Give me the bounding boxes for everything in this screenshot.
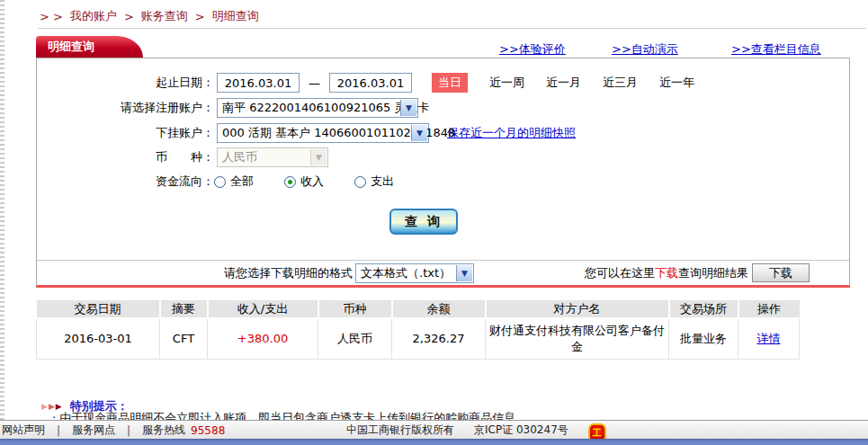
registered-account-label: 请选择注册账户： — [37, 100, 214, 116]
detail-link[interactable]: 详情 — [757, 332, 781, 345]
tab-detail-query[interactable]: 明细查询 — [36, 36, 116, 58]
cell-summary: CFT — [160, 318, 208, 360]
fund-flow-option-expense: 支出 — [354, 174, 394, 190]
icbc-detail-query-page: > > 我的账户 > 账务查询 > 明细查询 明细查询 >>体验评价 >>自动演… — [0, 0, 868, 445]
currency-select-disabled: 人民币 ▼ — [217, 147, 328, 167]
radio-income-checked[interactable] — [284, 176, 296, 188]
download-format-value: 文本格式（.txt） — [361, 265, 451, 281]
sub-account-label: 下挂账户： — [37, 125, 214, 141]
fund-flow-label: 资金流向： — [37, 174, 214, 190]
footer-hotline-number: 95588 — [191, 424, 225, 437]
download-hint-prefix: 您可以在这里 — [585, 266, 655, 280]
transactions-table: 交易日期 摘要 收入/支出 币种 余额 对方户名 交易场所 操作 2016-03… — [36, 300, 800, 360]
sub-account-row: 下挂账户： 000 活期 基本户 1406600101102571848 ▼ 保… — [37, 123, 576, 143]
page-edge-perforation — [0, 0, 4, 420]
date-range-row: 起止日期： — 当日 近一周 近一月 近三月 近一年 — [37, 73, 694, 93]
footer-separator: | — [127, 424, 130, 437]
query-form-panel: 起止日期： — 当日 近一周 近一月 近三月 近一年 请选择注册账户： 南平 6… — [36, 58, 850, 288]
col-header-summary: 摘要 — [160, 300, 208, 318]
currency-value: 人民币 — [222, 149, 257, 165]
download-hint-suffix: 查询明细结果 — [678, 266, 748, 280]
download-hint: 您可以在这里下载查询明细结果 — [585, 265, 748, 281]
radio-expense[interactable] — [354, 176, 366, 188]
sub-account-select[interactable]: 000 活期 基本户 1406600101102571848 ▼ — [217, 123, 429, 143]
radio-all[interactable] — [214, 176, 226, 188]
cell-counterparty: 财付通支付科技有限公司客户备付金 — [486, 318, 669, 360]
cell-currency: 人民币 — [318, 318, 392, 360]
table-row: 2016-03-01 CFT +380.00 人民币 2,326.27 财付通支… — [37, 318, 800, 360]
col-header-date: 交易日期 — [37, 300, 160, 318]
radio-all-label: 全部 — [230, 174, 254, 190]
chevron-down-icon[interactable]: ▼ — [400, 100, 416, 116]
breadcrumb-item-my-account[interactable]: 我的账户 — [70, 8, 117, 24]
cell-amount: +380.00 — [208, 318, 318, 360]
chevron-down-icon[interactable]: ▼ — [456, 265, 472, 281]
footer-link-statement[interactable]: 网站声明 — [2, 423, 45, 438]
footer-icp: 京ICP证 030247号 — [474, 423, 568, 438]
breadcrumb: > > 我的账户 > 账务查询 > 明细查询 — [40, 8, 259, 24]
download-format-select[interactable]: 文本格式（.txt） ▼ — [355, 263, 474, 283]
footer-copyright-group: 中国工商银行版权所有 京ICP证 030247号 工 — [346, 421, 606, 440]
radio-expense-label: 支出 — [371, 174, 394, 190]
link-experience-review[interactable]: >>体验评价 — [499, 41, 566, 58]
footer-hotline-label: 服务热线 — [142, 423, 185, 438]
fund-flow-option-income: 收入 — [284, 174, 324, 190]
download-hint-keyword: 下载 — [655, 266, 678, 280]
radio-income-label: 收入 — [300, 174, 324, 190]
col-header-counterparty: 对方户名 — [486, 300, 669, 318]
quick-range-quarter[interactable]: 近三月 — [603, 75, 638, 91]
cell-date: 2016-03-01 — [37, 318, 160, 360]
cell-balance: 2,326.27 — [392, 318, 486, 360]
date-to-input[interactable] — [329, 73, 412, 93]
currency-row: 币 种： 人民币 ▼ — [37, 147, 328, 167]
col-header-balance: 余额 — [392, 300, 486, 318]
registered-account-row: 请选择注册账户： 南平 6222001406100921065 灵通卡 ▼ — [37, 98, 418, 118]
link-column-info[interactable]: >>查看栏目信息 — [731, 41, 821, 58]
quick-range-week[interactable]: 近一周 — [489, 75, 524, 91]
breadcrumb-item-detail-query: 明细查询 — [212, 8, 259, 24]
footer: 网站声明 | 服务网点 | 服务热线 95588 中国工商银行版权所有 京ICP… — [0, 420, 868, 440]
footer-left-links: 网站声明 | 服务网点 | 服务热线 95588 — [0, 423, 225, 438]
query-button[interactable]: 查 询 — [389, 209, 458, 235]
registered-account-value: 南平 6222001406100921065 灵通卡 — [222, 100, 429, 116]
quick-range-year[interactable]: 近一年 — [659, 75, 694, 91]
notice-arrow-icon: ▶ — [41, 402, 48, 411]
date-from-input[interactable] — [217, 73, 300, 93]
fund-flow-option-all: 全部 — [214, 174, 254, 190]
date-range-label: 起止日期： — [37, 75, 214, 91]
cell-venue: 批量业务 — [669, 318, 738, 360]
quick-range-today[interactable]: 当日 — [432, 73, 468, 93]
download-format-label: 请您选择下载明细的格式 — [224, 265, 353, 281]
col-header-venue: 交易场所 — [669, 300, 738, 318]
table-header-row: 交易日期 摘要 收入/支出 币种 余额 对方户名 交易场所 操作 — [37, 300, 800, 318]
breadcrumb-separator: > — [195, 10, 205, 23]
col-header-currency: 币种 — [318, 300, 392, 318]
save-monthly-snapshot-link[interactable]: 保存近一个月的明细快照 — [447, 125, 576, 141]
breadcrumb-prefix: > > — [40, 10, 63, 23]
col-header-amount: 收入/支出 — [208, 300, 318, 318]
registered-account-select[interactable]: 南平 6222001406100921065 灵通卡 ▼ — [217, 98, 418, 118]
date-range-dash: — — [309, 76, 320, 90]
quick-range-month[interactable]: 近一月 — [546, 75, 581, 91]
breadcrumb-divider — [38, 28, 866, 29]
footer-blue-bar — [0, 439, 868, 445]
download-bar: 请您选择下载明细的格式 文本格式（.txt） ▼ 您可以在这里下载查询明细结果 … — [37, 260, 849, 285]
tab-label: 明细查询 — [48, 39, 94, 55]
breadcrumb-item-account-query[interactable]: 账务查询 — [141, 8, 188, 24]
link-auto-demo[interactable]: >>自动演示 — [612, 41, 678, 58]
breadcrumb-separator: > — [124, 10, 134, 23]
fund-flow-row: 资金流向： 全部 收入 支出 — [37, 172, 425, 191]
chevron-down-icon: ▼ — [310, 149, 327, 165]
chevron-down-icon[interactable]: ▼ — [411, 125, 427, 141]
currency-label: 币 种： — [37, 149, 214, 165]
footer-link-branches[interactable]: 服务网点 — [72, 423, 115, 438]
col-header-action: 操作 — [738, 300, 800, 318]
footer-copyright: 中国工商银行版权所有 — [346, 423, 454, 438]
download-button[interactable]: 下载 — [752, 263, 810, 282]
footer-separator: | — [57, 424, 60, 437]
